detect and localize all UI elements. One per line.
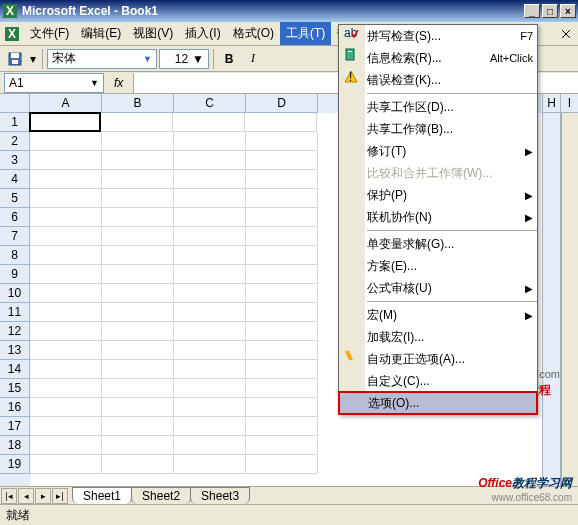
cell[interactable] [101, 113, 173, 132]
row-header[interactable]: 5 [0, 189, 30, 208]
name-box[interactable]: A1 ▼ [4, 73, 104, 93]
cell[interactable] [30, 132, 102, 151]
menu-item-autocorrect[interactable]: 自动更正选项(A)... [339, 348, 537, 370]
menu-insert[interactable]: 插入(I) [179, 22, 226, 45]
cell[interactable] [30, 379, 102, 398]
cell[interactable] [174, 227, 246, 246]
row-header[interactable]: 7 [0, 227, 30, 246]
cell[interactable] [102, 398, 174, 417]
cell[interactable] [30, 227, 102, 246]
cell[interactable] [174, 417, 246, 436]
cell[interactable] [246, 360, 318, 379]
row-header[interactable]: 1 [0, 113, 30, 132]
cell[interactable] [30, 360, 102, 379]
cell[interactable] [30, 189, 102, 208]
row-header[interactable]: 14 [0, 360, 30, 379]
col-header[interactable]: B [102, 94, 174, 113]
menu-tools[interactable]: 工具(T) [280, 22, 331, 45]
col-header[interactable]: H [543, 94, 560, 113]
menu-item-shared-workspace[interactable]: 共享工作区(D)... [339, 96, 537, 118]
cell[interactable] [246, 398, 318, 417]
cell[interactable] [246, 132, 318, 151]
cell[interactable] [102, 208, 174, 227]
cell[interactable] [246, 417, 318, 436]
cell[interactable] [174, 265, 246, 284]
cell[interactable] [102, 379, 174, 398]
menu-item-formula-audit[interactable]: 公式审核(U) ▶ [339, 277, 537, 299]
menu-format[interactable]: 格式(O) [227, 22, 280, 45]
cell[interactable] [246, 455, 318, 474]
cell[interactable] [246, 170, 318, 189]
menu-view[interactable]: 视图(V) [127, 22, 179, 45]
cell[interactable] [30, 417, 102, 436]
cell[interactable] [30, 455, 102, 474]
cell[interactable] [246, 265, 318, 284]
cell[interactable] [173, 113, 245, 132]
cell[interactable] [102, 189, 174, 208]
row-header[interactable]: 12 [0, 322, 30, 341]
sheet-tab-3[interactable]: Sheet3 [190, 487, 250, 504]
cell[interactable] [174, 246, 246, 265]
menu-item-research[interactable]: 信息检索(R)... Alt+Click [339, 47, 537, 69]
cell[interactable] [174, 303, 246, 322]
save-button[interactable] [4, 48, 26, 70]
cell[interactable] [30, 265, 102, 284]
cell[interactable] [30, 170, 102, 189]
cell[interactable] [246, 151, 318, 170]
cell[interactable] [30, 303, 102, 322]
tab-nav-last[interactable]: ▸| [52, 488, 68, 504]
row-header[interactable]: 18 [0, 436, 30, 455]
menu-item-online-collab[interactable]: 联机协作(N) ▶ [339, 206, 537, 228]
menu-file[interactable]: 文件(F) [24, 22, 75, 45]
bold-button[interactable]: B [218, 48, 240, 70]
cell[interactable] [246, 246, 318, 265]
menu-edit[interactable]: 编辑(E) [75, 22, 127, 45]
cell[interactable] [102, 170, 174, 189]
row-header[interactable]: 3 [0, 151, 30, 170]
menu-item-error-check[interactable]: ! 错误检查(K)... [339, 69, 537, 91]
maximize-button[interactable]: □ [542, 4, 558, 18]
cell[interactable] [30, 436, 102, 455]
cell[interactable] [30, 151, 102, 170]
cell[interactable] [102, 246, 174, 265]
cell[interactable] [245, 113, 317, 132]
cell[interactable] [174, 322, 246, 341]
cell[interactable] [30, 208, 102, 227]
cell[interactable] [246, 379, 318, 398]
menu-item-customize[interactable]: 自定义(C)... [339, 370, 537, 392]
cell[interactable] [174, 132, 246, 151]
cell[interactable] [174, 341, 246, 360]
menu-item-scenarios[interactable]: 方案(E)... [339, 255, 537, 277]
cell[interactable] [246, 227, 318, 246]
cell[interactable] [174, 398, 246, 417]
cell[interactable] [246, 208, 318, 227]
tab-nav-next[interactable]: ▸ [35, 488, 51, 504]
menu-item-protection[interactable]: 保护(P) ▶ [339, 184, 537, 206]
minimize-button[interactable]: _ [524, 4, 540, 18]
font-size-select[interactable]: 12 ▼ [159, 49, 209, 69]
row-header[interactable]: 10 [0, 284, 30, 303]
col-header[interactable]: I [561, 94, 578, 113]
cell[interactable] [174, 284, 246, 303]
menu-item-shared-workbook[interactable]: 共享工作簿(B)... [339, 118, 537, 140]
cell[interactable] [102, 417, 174, 436]
menu-item-spelling[interactable]: ab 拼写检查(S)... F7 [339, 25, 537, 47]
cell[interactable] [102, 151, 174, 170]
cell[interactable] [246, 303, 318, 322]
col-header[interactable]: C [174, 94, 246, 113]
cell[interactable] [102, 341, 174, 360]
col-header[interactable]: D [246, 94, 318, 113]
cell[interactable] [174, 455, 246, 474]
save-dropdown[interactable]: ▾ [28, 48, 38, 70]
cell[interactable] [30, 398, 102, 417]
menu-item-macro[interactable]: 宏(M) ▶ [339, 304, 537, 326]
cell[interactable] [246, 436, 318, 455]
row-header[interactable]: 6 [0, 208, 30, 227]
cell[interactable] [174, 436, 246, 455]
cell[interactable] [30, 341, 102, 360]
cell[interactable] [174, 170, 246, 189]
cell[interactable] [102, 303, 174, 322]
tab-nav-prev[interactable]: ◂ [18, 488, 34, 504]
menu-item-options[interactable]: 选项(O)... [339, 392, 537, 414]
fx-label[interactable]: fx [104, 76, 133, 90]
